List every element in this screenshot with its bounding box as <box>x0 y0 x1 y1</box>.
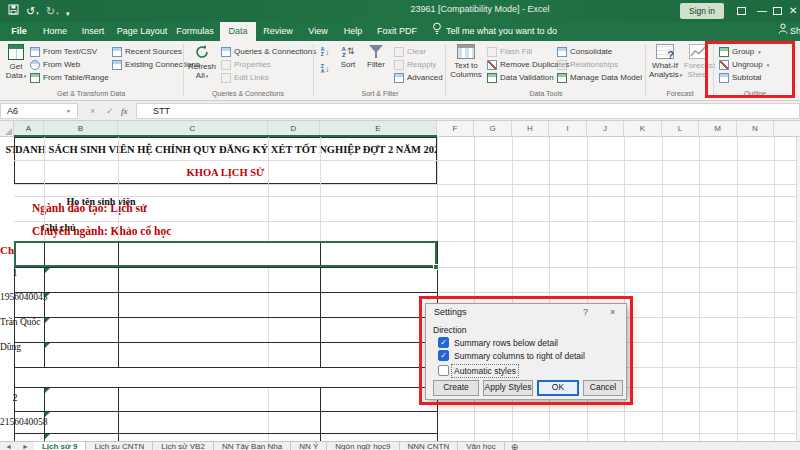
column-header-M[interactable]: M <box>699 121 737 136</box>
name-box-dropdown-icon[interactable]: ▼ <box>66 108 71 114</box>
tab-file[interactable]: File <box>4 22 34 41</box>
reapply-button: Reapply <box>394 58 436 71</box>
subtotal-button[interactable]: Subtotal <box>719 71 761 84</box>
forecast-sheet-button: Forecast Sheet <box>684 44 712 79</box>
text-to-columns-button[interactable]: Text to Columns <box>449 44 483 79</box>
create-button[interactable]: Create <box>433 380 479 396</box>
column-header-L[interactable]: L <box>662 121 699 136</box>
column-header-E[interactable]: E <box>320 121 437 136</box>
forecast-chart-icon <box>684 44 712 59</box>
next-sheet-icon[interactable]: ► <box>17 442 34 450</box>
ribbon-display-options-icon[interactable] <box>737 7 746 15</box>
get-data-button[interactable]: Get Data▾ <box>2 44 30 81</box>
column-header-G[interactable]: G <box>474 121 512 136</box>
sheet-tab-NN Tây Ban Nha[interactable]: NN Tây Ban Nha <box>214 442 291 450</box>
sort-button[interactable]: AZ⇅ Sort <box>336 44 360 69</box>
tab-home[interactable]: Home <box>38 22 72 41</box>
globe-icon <box>30 60 40 70</box>
column-header-I[interactable]: I <box>549 121 587 136</box>
column-header-H[interactable]: H <box>512 121 549 136</box>
apply-styles-button[interactable]: Apply Styles <box>483 380 533 396</box>
tab-data[interactable]: Data <box>220 22 256 41</box>
group-button[interactable]: Group▾ <box>719 45 761 58</box>
cell-d7[interactable]: Dũng <box>0 335 46 360</box>
text-csv-icon <box>30 47 40 57</box>
sheet-tab-Lịch su CNTN[interactable]: Lịch su CNTN <box>86 442 153 450</box>
save-icon[interactable] <box>8 4 19 18</box>
ok-button[interactable]: OK <box>537 380 579 396</box>
close-icon[interactable]: ✕ <box>789 4 797 18</box>
redo-icon[interactable]: ↻▾ <box>46 4 59 20</box>
queries-connections-button[interactable]: Queries & Connections <box>221 45 316 58</box>
column-header-J[interactable]: J <box>587 121 624 136</box>
filter-button[interactable]: Filter <box>362 44 390 69</box>
sort-descending-button[interactable]: ZA↓ <box>316 62 334 76</box>
column-header-K[interactable]: K <box>624 121 662 136</box>
dialog-title: Settings <box>434 307 467 317</box>
cell-a8[interactable]: 2 <box>0 385 30 410</box>
new-sheet-icon[interactable]: ⊕ <box>505 442 525 450</box>
what-if-analysis-button[interactable]: What-If Analysis▾ <box>649 44 681 80</box>
tab-view[interactable]: View <box>302 22 334 41</box>
tab-help[interactable]: Help <box>338 22 368 41</box>
vertical-scrollbar[interactable] <box>796 137 800 441</box>
column-header-C[interactable]: C <box>118 121 268 136</box>
text-number-indicator <box>45 412 50 417</box>
column-header-N[interactable]: N <box>737 121 774 136</box>
dialog-close-icon[interactable]: × <box>610 307 615 317</box>
checkbox-checked[interactable]: ✓ <box>438 350 449 361</box>
advanced-filter-button[interactable]: Advanced <box>394 71 443 84</box>
column-header-D[interactable]: D <box>268 121 320 136</box>
sheet-tab-Lịch sử 9[interactable]: Lịch sử 9 <box>34 442 87 450</box>
from-table-range-button[interactable]: From Table/Range <box>30 71 109 84</box>
tab-formulas[interactable]: Formulas <box>172 22 218 41</box>
data-validation-button[interactable]: Data Validation▾ <box>487 71 560 84</box>
from-text-csv-button[interactable]: From Text/CSV <box>30 45 97 58</box>
tab-page-layout[interactable]: Page Layout <box>114 22 170 41</box>
sheet-tab-NNN CNTN[interactable]: NNN CNTN <box>400 442 459 450</box>
minimize-icon[interactable]: — <box>757 4 767 18</box>
dialog-help-icon[interactable]: ? <box>583 307 588 317</box>
cell-c7[interactable]: Trần Quốc <box>0 310 144 335</box>
undo-icon[interactable]: ↺▾ <box>26 4 39 20</box>
sign-in-button[interactable]: Sign in <box>680 3 724 19</box>
tab-foxit-pdf[interactable]: Foxit PDF <box>372 22 422 41</box>
filter-funnel-icon <box>369 44 383 59</box>
manage-data-model-button[interactable]: Manage Data Model <box>557 71 642 84</box>
column-header-F[interactable]: F <box>437 121 474 136</box>
ungroup-button[interactable]: Ungroup▾ <box>719 58 769 71</box>
worksheet-grid[interactable]: DANH SÁCH SINH VIÊN HỆ CHÍNH QUY ĐĂNG KÝ… <box>0 137 796 441</box>
insert-function-icon[interactable]: fx <box>121 103 128 119</box>
sheet-tab-Văn học[interactable]: Văn học <box>458 442 504 450</box>
checkbox-checked[interactable]: ✓ <box>438 337 449 348</box>
tab-insert[interactable]: Insert <box>76 22 110 41</box>
previous-sheet-icon[interactable]: ◄ <box>0 442 17 450</box>
cancel-entry-icon[interactable]: × <box>90 103 95 119</box>
column-header-A[interactable]: A <box>14 121 44 136</box>
properties-button: Properties <box>221 58 270 71</box>
tab-review[interactable]: Review <box>258 22 298 41</box>
select-all-corner[interactable] <box>0 121 14 136</box>
text-number-indicator <box>45 434 50 439</box>
cancel-button[interactable]: Cancel <box>583 380 623 396</box>
checkbox-unchecked[interactable] <box>438 365 449 376</box>
column-header-B[interactable]: B <box>44 121 118 136</box>
refresh-all-button[interactable]: Refresh All▾ <box>187 44 217 81</box>
cell-b8[interactable]: 2156040058 <box>0 410 68 435</box>
fill-handle[interactable] <box>433 264 439 270</box>
formula-input[interactable]: STT <box>136 103 800 119</box>
recent-sources-button[interactable]: Recent Sources <box>112 45 182 58</box>
sort-ascending-button[interactable]: AZ↓ <box>316 45 334 59</box>
consolidate-button[interactable]: Consolidate <box>557 45 612 58</box>
share-button[interactable]: Share <box>778 22 800 41</box>
from-web-button[interactable]: From Web <box>30 58 80 71</box>
customize-quick-access-icon[interactable]: ▾ <box>66 7 70 21</box>
enter-entry-icon[interactable]: ✓ <box>106 103 114 119</box>
cell-b7[interactable]: 1956040045 <box>0 285 68 310</box>
sheet-tab-Ngôn ngữ học9[interactable]: Ngôn ngữ học9 <box>327 442 399 450</box>
tell-me-box[interactable]: Tell me what you want to do <box>432 22 557 41</box>
data-model-icon <box>557 73 567 83</box>
sheet-tab-NN Ý[interactable]: NN Ý <box>291 442 327 450</box>
restore-icon[interactable] <box>773 7 782 15</box>
sheet-tab-Lịch sử VB2[interactable]: Lịch sử VB2 <box>153 442 214 450</box>
